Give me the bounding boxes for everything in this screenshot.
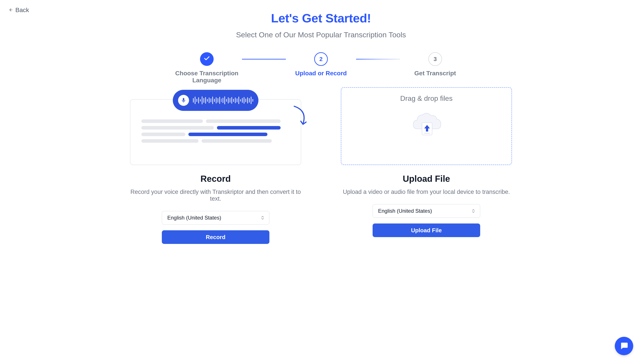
step-1: Choose Transcription Language — [172, 52, 242, 84]
step-1-label: Choose Transcription Language — [172, 70, 242, 84]
step-2-number: 2 — [320, 56, 322, 62]
record-language-value: English (United States) — [167, 215, 221, 221]
record-title: Record — [200, 174, 231, 184]
step-2-circle: 2 — [314, 52, 328, 66]
chat-fab[interactable] — [615, 337, 633, 355]
select-arrows-icon — [261, 216, 264, 220]
record-language-select[interactable]: English (United States) — [162, 211, 270, 224]
upload-button[interactable]: Upload File — [372, 224, 480, 237]
page-title: Let's Get Started! — [9, 11, 633, 25]
cloud-upload-icon — [407, 107, 446, 146]
step-2-label: Upload or Record — [295, 70, 347, 77]
record-option: Record Record your voice directly with T… — [130, 99, 301, 244]
page-subtitle: Select One of Our Most Popular Transcrip… — [9, 30, 633, 39]
record-illustration — [130, 99, 301, 165]
upload-drop-zone[interactable]: Drag & drop files — [341, 87, 512, 165]
select-arrows-icon — [472, 209, 475, 213]
upload-language-value: English (United States) — [378, 208, 432, 214]
stepper: Choose Transcription Language 2 Upload o… — [9, 52, 633, 84]
step-connector-1 — [242, 59, 286, 60]
back-link-label: Back — [15, 6, 29, 14]
svg-rect-2 — [424, 133, 430, 134]
upload-description: Upload a video or audio file from your l… — [343, 188, 510, 196]
step-1-circle — [200, 52, 214, 66]
step-3: 3 Get Transcript — [400, 52, 470, 77]
check-icon — [204, 55, 210, 63]
curved-arrow-icon — [292, 104, 312, 128]
upload-option: Drag & drop files Upload File Upload a v… — [341, 87, 512, 244]
step-3-circle: 3 — [428, 52, 442, 66]
step-2: 2 Upload or Record — [286, 52, 356, 77]
record-waveform-pill — [173, 90, 258, 111]
record-button-label: Record — [206, 234, 226, 240]
page-header: Let's Get Started! Select One of Our Mos… — [9, 11, 633, 39]
step-3-label: Get Transcript — [414, 70, 456, 77]
upload-language-select[interactable]: English (United States) — [372, 204, 480, 218]
options-row: Record Record your voice directly with T… — [9, 99, 633, 244]
drop-zone-label: Drag & drop files — [400, 94, 452, 102]
back-link[interactable]: Back — [9, 6, 29, 14]
upload-button-label: Upload File — [411, 227, 442, 234]
arrow-left-icon — [9, 6, 13, 14]
waveform-icon — [193, 96, 253, 104]
record-button[interactable]: Record — [162, 230, 270, 244]
microphone-icon — [178, 95, 189, 106]
step-3-number: 3 — [434, 56, 437, 62]
upload-title: Upload File — [403, 174, 450, 184]
transcript-placeholder-lines — [142, 120, 290, 143]
step-connector-2 — [356, 59, 400, 60]
record-description: Record your voice directly with Transkri… — [130, 188, 301, 202]
chat-icon — [620, 341, 628, 351]
